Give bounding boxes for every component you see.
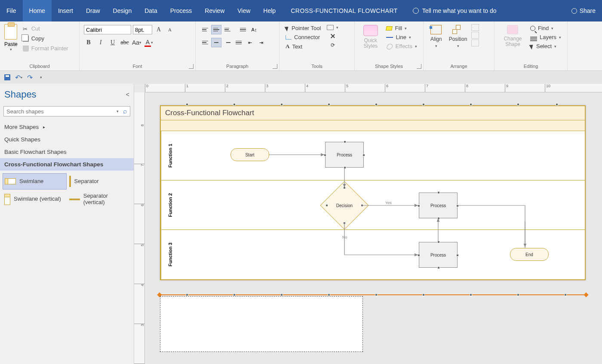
bold-button[interactable]: B (84, 38, 93, 47)
strikethrough-button[interactable]: abc (120, 38, 129, 47)
shape-end[interactable]: End (510, 248, 549, 261)
align-left-button[interactable] (200, 38, 210, 47)
shape-process-2[interactable]: Process (419, 193, 458, 218)
undo-button[interactable]: ↶▾ (15, 73, 22, 81)
tab-data[interactable]: Data (138, 0, 164, 21)
stencil-quick-shapes[interactable]: Quick Shapes (0, 133, 134, 146)
copy-button[interactable]: Copy (21, 34, 70, 43)
swimlane-title[interactable]: Cross-Functional Flowchart (161, 106, 585, 120)
send-back-button[interactable] (471, 32, 479, 39)
group-tools: Pointer Tool Connector AText ▾ ⟳ Tools (280, 21, 355, 70)
change-shape-button[interactable]: Change Shape (499, 24, 527, 48)
layers-icon (530, 37, 537, 38)
effects-button[interactable]: ◯Effects▾ (384, 42, 419, 50)
share-button[interactable]: Share (571, 7, 596, 14)
format-painter-button[interactable]: Format Painter (21, 44, 70, 53)
rectangle-tool-button[interactable]: ▾ (325, 24, 340, 31)
group-shapes-button[interactable] (471, 40, 479, 46)
stencil-basic-flowchart[interactable]: Basic Flowchart Shapes (0, 146, 134, 158)
font-color-button[interactable]: A▾ (144, 38, 154, 47)
bring-front-button[interactable] (471, 24, 479, 31)
stencil-more-shapes[interactable]: More Shapes▸ (0, 121, 134, 133)
drawing-page[interactable]: Cross-Functional Flowchart Function 1 St… (160, 105, 586, 280)
redo-button[interactable]: ↷ (26, 73, 34, 81)
tab-draw[interactable]: Draw (80, 0, 107, 21)
shape-swimlane-vertical[interactable]: Swimlane (vertical) (3, 190, 67, 208)
search-icon[interactable]: ⌕ (120, 107, 130, 115)
underline-button[interactable]: U (108, 38, 117, 47)
italic-button[interactable]: I (96, 38, 105, 47)
align-middle-button[interactable] (211, 25, 221, 34)
shape-decision[interactable]: Decision (327, 188, 362, 223)
align-bottom-button[interactable] (222, 25, 233, 34)
shape-separator-vertical[interactable]: Separator (vertical) (68, 190, 132, 208)
shape-process-1[interactable]: Process (325, 142, 364, 168)
tab-insert[interactable]: Insert (52, 0, 80, 21)
position-button[interactable]: Position▾ (446, 24, 470, 49)
document-title: CROSS-FUNCTIONAL FLOWCHART (282, 7, 406, 14)
connector-tool-button[interactable]: Connector (284, 33, 322, 41)
lane-3[interactable]: Function 3 Process End No (161, 230, 585, 279)
tab-file[interactable]: File (0, 0, 23, 21)
increase-indent-button[interactable]: ⇥ (256, 38, 266, 47)
swimlane-phase-header[interactable] (161, 120, 585, 131)
tab-review[interactable]: Review (198, 0, 231, 21)
swimlane-container[interactable]: Cross-Functional Flowchart Function 1 St… (160, 105, 586, 280)
qat-customize-button[interactable]: ▾ (37, 73, 45, 81)
lane-2-label[interactable]: Function 2 (161, 180, 179, 229)
save-button[interactable] (3, 73, 11, 81)
quick-styles-button[interactable]: Quick Styles (359, 24, 382, 50)
align-center-button[interactable] (211, 38, 221, 47)
text-tool-button[interactable]: AText (284, 42, 322, 51)
shape-styles-dialog-launcher[interactable] (417, 64, 421, 69)
shape-separator[interactable]: Separator (68, 173, 132, 190)
stamp-tool-button[interactable]: ⟳ (329, 41, 337, 49)
collapse-panel-button[interactable]: < (126, 91, 129, 98)
find-button[interactable]: Find▾ (528, 24, 563, 32)
pointer-tool-button[interactable]: Pointer Tool (284, 24, 322, 32)
align-right-button[interactable] (222, 38, 233, 47)
bullets-button[interactable] (238, 25, 248, 34)
shape-swimlane[interactable]: Swimlane (3, 173, 67, 190)
lane-1-label[interactable]: Function 1 (161, 131, 179, 180)
fill-button[interactable]: Fill▾ (384, 24, 419, 32)
tell-me-search[interactable]: Tell me what you want to do (406, 7, 503, 14)
select-icon (529, 43, 535, 49)
align-button[interactable]: Align▾ (428, 24, 445, 49)
grow-font-button[interactable]: A (154, 25, 163, 34)
font-name-combo[interactable] (84, 25, 131, 34)
font-dialog-launcher[interactable] (189, 64, 194, 69)
search-shapes-box[interactable]: ▾ ⌕ (3, 106, 130, 116)
decrease-indent-button[interactable]: ⇤ (245, 38, 255, 47)
insertion-edge-indicator[interactable] (160, 294, 586, 295)
align-top-button[interactable] (200, 25, 210, 34)
tab-process[interactable]: Process (164, 0, 199, 21)
justify-button[interactable] (233, 38, 244, 47)
shape-start[interactable]: Start (230, 148, 269, 161)
select-button[interactable]: Select▾ (528, 42, 563, 50)
change-case-button[interactable]: Aa▾ (132, 38, 141, 47)
change-shape-icon (507, 25, 518, 34)
search-shapes-input[interactable] (4, 108, 115, 115)
paste-button[interactable]: Paste ▾ (3, 23, 19, 52)
layers-button[interactable]: Layers▾ (528, 33, 563, 41)
swimlane-vertical-icon (4, 194, 10, 205)
tab-home[interactable]: Home (23, 0, 52, 21)
paste-icon (4, 24, 17, 40)
tab-design[interactable]: Design (107, 0, 138, 21)
lane-1[interactable]: Function 1 Start Process (161, 131, 585, 180)
cut-button[interactable]: ✂Cut (21, 24, 70, 33)
font-size-combo[interactable] (133, 25, 152, 34)
tab-view[interactable]: View (231, 0, 257, 21)
stencil-cross-functional[interactable]: Cross-Functional Flowchart Shapes (0, 158, 134, 171)
shrink-font-button[interactable]: A (165, 25, 175, 34)
lane-2[interactable]: Function 2 Decision Process (161, 180, 585, 230)
paragraph-dialog-launcher[interactable] (273, 64, 277, 69)
tab-help[interactable]: Help (257, 0, 282, 21)
connection-point-button[interactable] (329, 33, 337, 40)
lane-3-label[interactable]: Function 3 (161, 230, 179, 279)
drawing-canvas[interactable]: 012345678910 345678 Cross-Functional Flo… (134, 84, 602, 364)
shape-process-3[interactable]: Process (419, 242, 458, 268)
text-direction-button[interactable]: A↕ (249, 25, 259, 34)
line-button[interactable]: Line▾ (384, 33, 419, 41)
